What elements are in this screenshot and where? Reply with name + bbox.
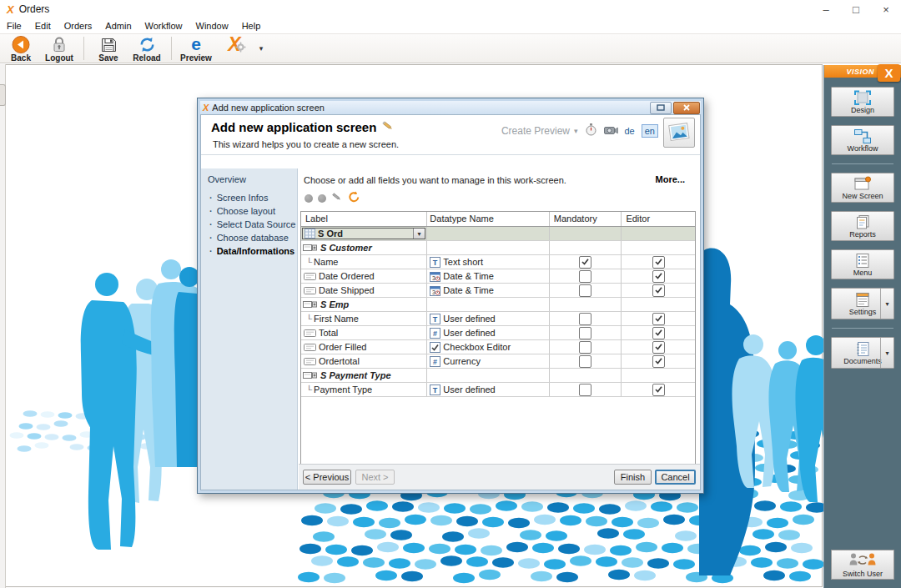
maximize-button[interactable]: □ bbox=[841, 0, 871, 18]
table-row[interactable]: └First NameTUser defined bbox=[301, 312, 695, 326]
mandatory-checkbox[interactable] bbox=[579, 270, 591, 283]
editor-checkbox[interactable] bbox=[652, 256, 665, 269]
editor-checkbox[interactable] bbox=[652, 341, 665, 354]
window-title: Orders bbox=[19, 3, 50, 15]
cancel-button[interactable]: Cancel bbox=[655, 470, 696, 485]
wizard-step-choose-database[interactable]: ·Choose database bbox=[201, 231, 297, 244]
sidebar-button-reports[interactable]: Reports bbox=[831, 211, 894, 241]
sidebar-button-new-screen[interactable]: New Screen bbox=[831, 173, 894, 203]
wizard-step-data-informations[interactable]: ·Data/Informations bbox=[201, 244, 297, 258]
sidebar-button-design[interactable]: Design bbox=[831, 87, 894, 117]
screenshot-image-button[interactable] bbox=[663, 118, 695, 148]
edit-field-pencil-icon[interactable] bbox=[331, 191, 343, 206]
panel-expand-handle[interactable] bbox=[0, 84, 6, 106]
menu-item-edit[interactable]: Edit bbox=[28, 18, 58, 33]
editor-checkbox[interactable] bbox=[652, 384, 665, 396]
sidebar-button-settings[interactable]: Settings▾ bbox=[831, 288, 894, 319]
field-icon bbox=[304, 344, 316, 351]
reload-icon bbox=[138, 35, 157, 53]
dialog-heading: Add new application screen bbox=[211, 120, 395, 134]
dialog-close-button[interactable] bbox=[673, 102, 700, 114]
menu-bar: FileEditOrdersAdminWorkflowWindowHelp bbox=[0, 18, 901, 33]
sidebar-button-workflow[interactable]: Workflow bbox=[831, 125, 894, 155]
table-row[interactable]: Order FilledCheckbox Editor bbox=[301, 340, 695, 354]
mandatory-checkbox[interactable] bbox=[579, 256, 591, 269]
toolbar-save-button[interactable]: Save bbox=[89, 34, 128, 63]
add-field-button[interactable] bbox=[305, 194, 313, 203]
finish-button[interactable]: Finish bbox=[614, 470, 652, 485]
wizard-step-screen-infos[interactable]: ·Screen Infos bbox=[201, 191, 297, 204]
toolbar-separator bbox=[171, 37, 172, 60]
svg-text:#: # bbox=[433, 329, 437, 338]
datatype-check-icon bbox=[430, 342, 440, 353]
language-de-toggle[interactable]: de bbox=[625, 126, 635, 136]
editor-checkbox[interactable] bbox=[652, 327, 665, 339]
menu-item-file[interactable]: File bbox=[0, 18, 28, 33]
editor-checkbox[interactable] bbox=[652, 284, 665, 297]
toolbar-logout-button[interactable]: Logout bbox=[40, 34, 78, 63]
menu-item-orders[interactable]: Orders bbox=[58, 18, 99, 33]
create-preview-button[interactable]: Create Preview▾ bbox=[501, 125, 578, 137]
combobox-arrow-icon[interactable]: ▾ bbox=[413, 229, 425, 239]
menu-item-window[interactable]: Window bbox=[189, 18, 235, 33]
switch-user-button[interactable]: Switch User bbox=[831, 550, 894, 580]
menu-item-admin[interactable]: Admin bbox=[98, 18, 138, 33]
tree-branch-icon: └ bbox=[306, 385, 312, 395]
table-row[interactable]: S Ord▾ bbox=[301, 227, 695, 241]
logout-icon bbox=[50, 35, 68, 53]
datatype-number-icon: # bbox=[430, 356, 440, 367]
toolbar-xgear-button[interactable]: X bbox=[215, 34, 254, 63]
editor-checkbox[interactable] bbox=[652, 313, 665, 325]
editor-checkbox[interactable] bbox=[652, 355, 665, 368]
sidebar-settings-dropdown[interactable]: ▾ bbox=[880, 289, 893, 319]
stopwatch-icon[interactable] bbox=[585, 123, 597, 139]
table-row[interactable]: Date Shipped3Date & Time bbox=[301, 284, 695, 298]
table-row[interactable]: S Emp bbox=[301, 298, 695, 312]
sidebar-button-documents[interactable]: Documents▾ bbox=[831, 337, 894, 369]
vision-x-logo-icon: X bbox=[878, 64, 900, 82]
table-source-combobox[interactable]: S Ord▾ bbox=[302, 228, 425, 239]
mandatory-checkbox[interactable] bbox=[579, 284, 591, 297]
minimize-button[interactable]: – bbox=[811, 0, 841, 18]
menu-item-workflow[interactable]: Workflow bbox=[138, 18, 189, 33]
dialog-header: Add new application screen This wizard h… bbox=[201, 115, 700, 155]
column-header-mandatory: Mandatory bbox=[550, 212, 622, 226]
dialog-maximize-button[interactable] bbox=[650, 102, 672, 114]
toolbar-dropdown-caret[interactable]: ▾ bbox=[254, 34, 269, 63]
mandatory-checkbox[interactable] bbox=[579, 341, 591, 354]
next-button[interactable]: Next > bbox=[355, 470, 395, 485]
close-button[interactable]: × bbox=[871, 0, 901, 18]
wizard-step-select-data-source[interactable]: ·Select Data Source bbox=[201, 218, 297, 231]
table-row[interactable]: Date Ordered3Date & Time bbox=[301, 269, 695, 284]
table-row[interactable]: S Customer bbox=[301, 241, 695, 255]
menu-item-help[interactable]: Help bbox=[235, 18, 268, 33]
mandatory-checkbox[interactable] bbox=[579, 384, 591, 396]
table-row[interactable]: └Payment TypeTUser defined bbox=[301, 383, 695, 397]
wizard-overview-label: Overview bbox=[208, 174, 297, 184]
table-row[interactable]: S Payment Type bbox=[301, 369, 695, 383]
sidebar-button-menu[interactable]: Menu bbox=[831, 249, 894, 279]
table-row[interactable]: Ordertotal#Currency bbox=[301, 354, 695, 369]
editor-checkbox[interactable] bbox=[652, 270, 665, 283]
table-row[interactable]: Total#User defined bbox=[301, 326, 695, 340]
mandatory-checkbox[interactable] bbox=[579, 313, 591, 325]
wizard-step-choose-layout[interactable]: ·Choose layout bbox=[201, 204, 297, 218]
left-collapsed-panel bbox=[0, 64, 6, 588]
toolbar-back-button[interactable]: Back bbox=[2, 34, 40, 63]
language-en-toggle[interactable]: en bbox=[642, 124, 658, 138]
toolbar-preview-button[interactable]: ePreview bbox=[177, 34, 215, 63]
toolbar-reload-button[interactable]: Reload bbox=[128, 34, 166, 63]
column-header-datatype-name: Datatype Name bbox=[427, 212, 549, 226]
sidebar-documents-dropdown[interactable]: ▾ bbox=[880, 338, 893, 368]
previous-button[interactable]: < Previous bbox=[303, 470, 351, 485]
column-header-label: Label bbox=[301, 212, 427, 226]
camera-icon[interactable] bbox=[604, 123, 618, 138]
remove-field-button[interactable] bbox=[318, 194, 326, 203]
mandatory-checkbox[interactable] bbox=[579, 327, 591, 339]
refresh-fields-icon[interactable] bbox=[348, 191, 360, 206]
toolbar: BackLogoutSaveReloadePreviewX▾ bbox=[0, 33, 901, 63]
edit-pencil-icon[interactable] bbox=[381, 120, 395, 134]
more-button[interactable]: More... bbox=[656, 174, 685, 184]
mandatory-checkbox[interactable] bbox=[579, 355, 591, 368]
table-row[interactable]: └NameTText short bbox=[301, 255, 695, 269]
